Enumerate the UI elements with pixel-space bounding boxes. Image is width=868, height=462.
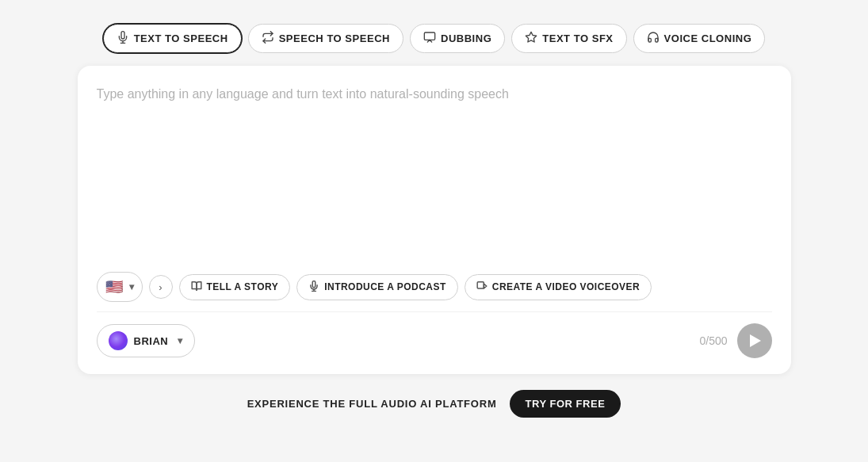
voice-name-label: BRIAN <box>134 335 169 347</box>
voice-cloning-icon <box>647 31 660 46</box>
text-to-sfx-icon <box>525 31 537 46</box>
book-icon <box>191 281 202 294</box>
tab-dubbing[interactable]: DUBBING <box>410 24 505 53</box>
dubbing-icon <box>423 31 436 46</box>
bottom-row: BRIAN ▾ 0/500 <box>97 323 772 358</box>
introduce-podcast-label: INTRODUCE A PODCAST <box>324 281 446 292</box>
svg-rect-6 <box>477 281 484 288</box>
voice-avatar <box>109 331 128 350</box>
introduce-podcast-button[interactable]: INTRODUCE A PODCAST <box>296 274 458 300</box>
tab-text-to-speech[interactable]: TEXT TO SPEECH <box>103 24 242 53</box>
text-to-speech-icon <box>117 31 129 46</box>
expand-button[interactable]: › <box>149 275 173 299</box>
quick-actions-row: 🇺🇸 ▾ › TELL A STORY INTRODUCE A PODCAST … <box>97 272 772 312</box>
tab-speech-to-speech-label: SPEECH TO SPEECH <box>279 32 390 44</box>
tab-voice-cloning-label: VOICE CLONING <box>664 32 752 44</box>
banner-text: EXPERIENCE THE FULL AUDIO AI PLATFORM <box>247 398 497 410</box>
tabs-navigation: TEXT TO SPEECH SPEECH TO SPEECH DUBBING … <box>103 24 766 53</box>
voice-selector-chevron-icon: ▾ <box>178 335 183 346</box>
language-selector[interactable]: 🇺🇸 ▾ <box>97 272 143 302</box>
main-card: 🇺🇸 ▾ › TELL A STORY INTRODUCE A PODCAST … <box>78 66 791 374</box>
chevron-right-icon: › <box>159 281 162 293</box>
svg-marker-3 <box>526 32 537 42</box>
tab-text-to-sfx-label: TEXT TO SFX <box>542 32 613 44</box>
try-free-button[interactable]: TRY FOR FREE <box>510 390 621 418</box>
tab-voice-cloning[interactable]: VOICE CLONING <box>633 24 766 53</box>
bottom-banner: EXPERIENCE THE FULL AUDIO AI PLATFORM TR… <box>247 390 621 418</box>
create-video-voiceover-button[interactable]: CREATE A VIDEO VOICEOVER <box>465 274 652 300</box>
video-icon <box>476 281 488 294</box>
svg-marker-7 <box>484 284 487 288</box>
voice-selector-button[interactable]: BRIAN ▾ <box>97 324 195 357</box>
tab-speech-to-speech[interactable]: SPEECH TO SPEECH <box>248 24 403 53</box>
svg-rect-2 <box>424 32 434 40</box>
flag-icon: 🇺🇸 <box>105 278 123 296</box>
tab-dubbing-label: DUBBING <box>441 32 491 44</box>
text-input[interactable] <box>97 85 772 259</box>
microphone-icon <box>308 281 319 294</box>
char-count-display: 0/500 <box>699 334 727 347</box>
tab-text-to-sfx[interactable]: TEXT TO SFX <box>511 24 626 53</box>
play-button[interactable] <box>737 323 772 358</box>
create-video-voiceover-label: CREATE A VIDEO VOICEOVER <box>492 281 640 292</box>
tab-text-to-speech-label: TEXT TO SPEECH <box>134 32 228 44</box>
tell-a-story-label: TELL A STORY <box>207 281 279 292</box>
language-chevron-icon: ▾ <box>129 281 134 292</box>
right-controls: 0/500 <box>699 323 771 358</box>
tell-a-story-button[interactable]: TELL A STORY <box>179 274 291 300</box>
speech-to-speech-icon <box>262 31 274 46</box>
